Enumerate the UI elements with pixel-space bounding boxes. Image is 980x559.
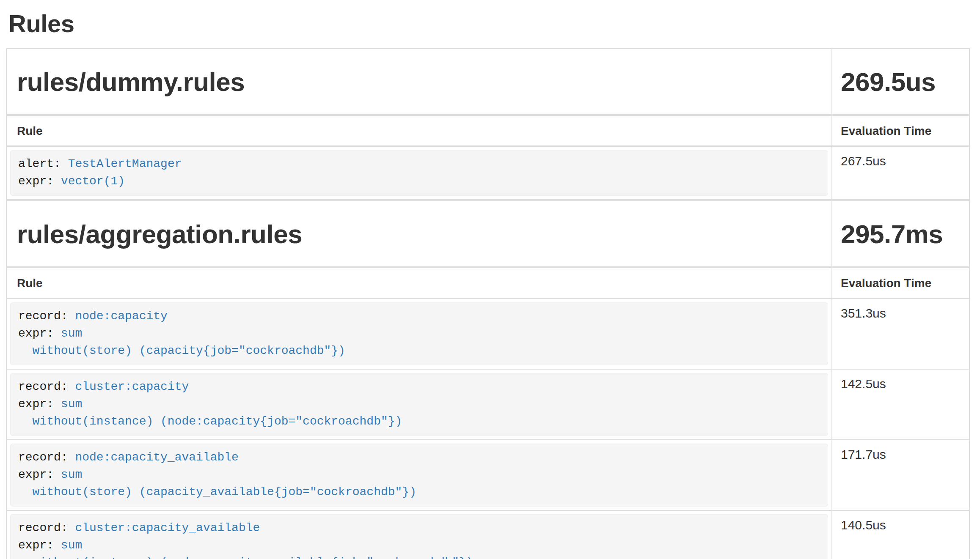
rule-cell: alert: TestAlertManager expr: vector(1) xyxy=(6,146,832,200)
evaluation-time-column-header: Evaluation Time xyxy=(832,267,969,299)
rule-group-name: rules/aggregation.rules xyxy=(6,200,832,268)
rule-field-label: record: xyxy=(18,380,68,393)
rule-name-link[interactable]: TestAlertManager xyxy=(68,157,182,170)
rule-field-label: record: xyxy=(18,521,68,534)
rule-group-name: rules/dummy.rules xyxy=(6,49,832,115)
rule-expr-link[interactable]: sum without(store) (capacity_available{j… xyxy=(18,468,416,499)
rule-row: alert: TestAlertManager expr: vector(1)2… xyxy=(6,146,969,200)
rule-cell: record: cluster:capacity_available expr:… xyxy=(6,510,832,559)
rule-column-header: Rule xyxy=(6,115,832,146)
rule-cell: record: node:capacity expr: sum without(… xyxy=(6,299,832,370)
rule-expr-link[interactable]: sum without(store) (capacity{job="cockro… xyxy=(18,327,345,357)
rule-cell: record: node:capacity_available expr: su… xyxy=(6,440,832,510)
rule-field-label: expr: xyxy=(18,397,54,411)
rules-table: rules/dummy.rules269.5usRuleEvaluation T… xyxy=(6,48,970,559)
rule-name-link[interactable]: node:capacity_available xyxy=(75,451,238,464)
rule-field-label: record: xyxy=(18,451,68,464)
rule-evaluation-time: 171.7us xyxy=(832,440,969,510)
rule-expr-link[interactable]: sum without(instance) (node:capacity_ava… xyxy=(18,539,473,559)
rule-group-row: rules/aggregation.rules295.7ms xyxy=(6,200,969,268)
rule-evaluation-time: 142.5us xyxy=(832,369,969,440)
rule-field-label: record: xyxy=(18,310,68,323)
rule-definition: record: cluster:capacity_available expr:… xyxy=(10,514,828,559)
rule-field-label: expr: xyxy=(18,327,54,340)
rule-evaluation-time: 140.5us xyxy=(832,510,969,559)
rule-cell: record: cluster:capacity expr: sum witho… xyxy=(6,369,832,440)
rule-definition: record: node:capacity_available expr: su… xyxy=(10,444,828,507)
rule-field-label: expr: xyxy=(18,539,54,552)
rule-expr-link[interactable]: vector(1) xyxy=(61,175,125,188)
rule-evaluation-time: 267.5us xyxy=(832,146,969,200)
rules-table-body: rules/dummy.rules269.5usRuleEvaluation T… xyxy=(6,49,969,559)
rule-definition: record: node:capacity expr: sum without(… xyxy=(10,302,828,365)
rules-page: Rules rules/dummy.rules269.5usRuleEvalua… xyxy=(0,10,975,559)
rule-group-row: rules/dummy.rules269.5us xyxy=(6,49,969,115)
rule-row: record: node:capacity expr: sum without(… xyxy=(6,299,969,370)
rule-name-link[interactable]: cluster:capacity_available xyxy=(75,521,260,534)
rule-evaluation-time: 351.3us xyxy=(832,299,969,370)
rule-field-label: expr: xyxy=(18,468,54,481)
rule-expr-link[interactable]: sum without(instance) (node:capacity{job… xyxy=(18,397,402,428)
rule-field-label: alert: xyxy=(18,157,61,170)
rule-row: record: node:capacity_available expr: su… xyxy=(6,440,969,510)
rule-group-evaluation-time: 295.7ms xyxy=(832,200,969,268)
page-title: Rules xyxy=(8,10,969,37)
rule-row: record: cluster:capacity expr: sum witho… xyxy=(6,369,969,440)
rule-definition: record: cluster:capacity expr: sum witho… xyxy=(10,373,828,436)
rule-name-link[interactable]: node:capacity xyxy=(75,310,167,323)
rule-group-evaluation-time: 269.5us xyxy=(832,49,969,115)
rule-name-link[interactable]: cluster:capacity xyxy=(75,380,189,393)
column-header-row: RuleEvaluation Time xyxy=(6,115,969,146)
rule-definition: alert: TestAlertManager expr: vector(1) xyxy=(10,150,828,196)
evaluation-time-column-header: Evaluation Time xyxy=(832,115,969,146)
rule-column-header: Rule xyxy=(6,267,832,299)
column-header-row: RuleEvaluation Time xyxy=(6,267,969,299)
rule-field-label: expr: xyxy=(18,175,54,188)
rule-row: record: cluster:capacity_available expr:… xyxy=(6,510,969,559)
